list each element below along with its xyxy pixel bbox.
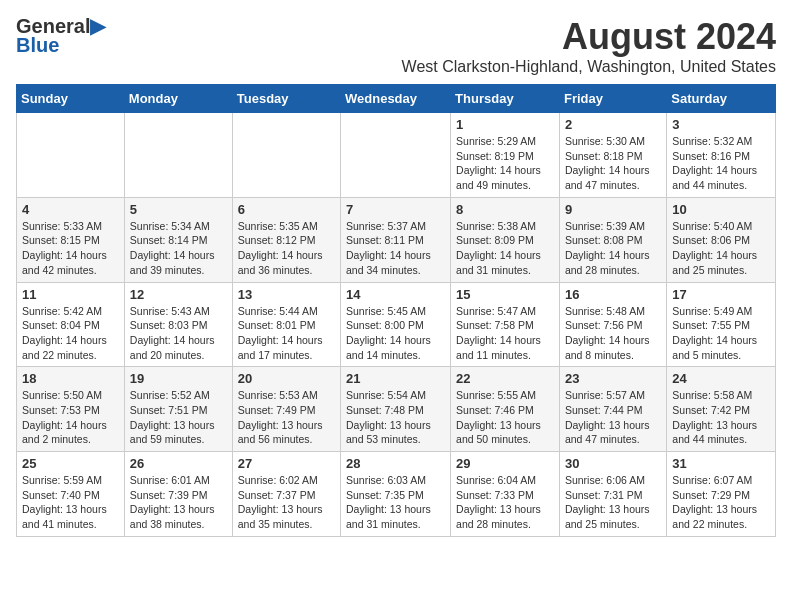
day-of-week-header: Tuesday	[232, 85, 340, 113]
calendar-cell: 26Sunrise: 6:01 AM Sunset: 7:39 PM Dayli…	[124, 452, 232, 537]
day-number: 9	[565, 202, 661, 217]
day-of-week-header: Wednesday	[341, 85, 451, 113]
day-info: Sunrise: 6:04 AM Sunset: 7:33 PM Dayligh…	[456, 473, 554, 532]
day-number: 22	[456, 371, 554, 386]
location-title: West Clarkston-Highland, Washington, Uni…	[402, 58, 776, 76]
calendar-cell: 21Sunrise: 5:54 AM Sunset: 7:48 PM Dayli…	[341, 367, 451, 452]
day-number: 17	[672, 287, 770, 302]
day-number: 14	[346, 287, 445, 302]
calendar-cell	[124, 113, 232, 198]
day-info: Sunrise: 5:58 AM Sunset: 7:42 PM Dayligh…	[672, 388, 770, 447]
calendar-cell: 28Sunrise: 6:03 AM Sunset: 7:35 PM Dayli…	[341, 452, 451, 537]
calendar-cell: 5Sunrise: 5:34 AM Sunset: 8:14 PM Daylig…	[124, 197, 232, 282]
calendar-cell: 18Sunrise: 5:50 AM Sunset: 7:53 PM Dayli…	[17, 367, 125, 452]
day-number: 26	[130, 456, 227, 471]
day-info: Sunrise: 6:01 AM Sunset: 7:39 PM Dayligh…	[130, 473, 227, 532]
calendar-week-row: 25Sunrise: 5:59 AM Sunset: 7:40 PM Dayli…	[17, 452, 776, 537]
calendar-cell: 1Sunrise: 5:29 AM Sunset: 8:19 PM Daylig…	[451, 113, 560, 198]
day-info: Sunrise: 5:30 AM Sunset: 8:18 PM Dayligh…	[565, 134, 661, 193]
calendar-table: SundayMondayTuesdayWednesdayThursdayFrid…	[16, 84, 776, 537]
day-number: 18	[22, 371, 119, 386]
day-number: 27	[238, 456, 335, 471]
day-info: Sunrise: 5:52 AM Sunset: 7:51 PM Dayligh…	[130, 388, 227, 447]
day-number: 19	[130, 371, 227, 386]
day-info: Sunrise: 5:50 AM Sunset: 7:53 PM Dayligh…	[22, 388, 119, 447]
logo: General▶ Blue	[16, 16, 105, 57]
day-info: Sunrise: 5:49 AM Sunset: 7:55 PM Dayligh…	[672, 304, 770, 363]
day-info: Sunrise: 5:48 AM Sunset: 7:56 PM Dayligh…	[565, 304, 661, 363]
day-of-week-header: Saturday	[667, 85, 776, 113]
day-number: 13	[238, 287, 335, 302]
day-of-week-header: Sunday	[17, 85, 125, 113]
day-info: Sunrise: 5:39 AM Sunset: 8:08 PM Dayligh…	[565, 219, 661, 278]
day-info: Sunrise: 5:53 AM Sunset: 7:49 PM Dayligh…	[238, 388, 335, 447]
day-info: Sunrise: 6:03 AM Sunset: 7:35 PM Dayligh…	[346, 473, 445, 532]
calendar-cell: 23Sunrise: 5:57 AM Sunset: 7:44 PM Dayli…	[559, 367, 666, 452]
day-info: Sunrise: 5:37 AM Sunset: 8:11 PM Dayligh…	[346, 219, 445, 278]
day-info: Sunrise: 5:32 AM Sunset: 8:16 PM Dayligh…	[672, 134, 770, 193]
day-info: Sunrise: 5:29 AM Sunset: 8:19 PM Dayligh…	[456, 134, 554, 193]
calendar-cell: 17Sunrise: 5:49 AM Sunset: 7:55 PM Dayli…	[667, 282, 776, 367]
day-number: 30	[565, 456, 661, 471]
calendar-cell: 27Sunrise: 6:02 AM Sunset: 7:37 PM Dayli…	[232, 452, 340, 537]
calendar-cell	[341, 113, 451, 198]
calendar-cell: 20Sunrise: 5:53 AM Sunset: 7:49 PM Dayli…	[232, 367, 340, 452]
day-of-week-header: Monday	[124, 85, 232, 113]
day-number: 4	[22, 202, 119, 217]
day-info: Sunrise: 5:35 AM Sunset: 8:12 PM Dayligh…	[238, 219, 335, 278]
calendar-week-row: 18Sunrise: 5:50 AM Sunset: 7:53 PM Dayli…	[17, 367, 776, 452]
day-info: Sunrise: 5:34 AM Sunset: 8:14 PM Dayligh…	[130, 219, 227, 278]
day-number: 25	[22, 456, 119, 471]
calendar-cell: 13Sunrise: 5:44 AM Sunset: 8:01 PM Dayli…	[232, 282, 340, 367]
day-number: 12	[130, 287, 227, 302]
day-number: 29	[456, 456, 554, 471]
calendar-cell	[232, 113, 340, 198]
month-title: August 2024	[402, 16, 776, 58]
day-number: 23	[565, 371, 661, 386]
title-area: August 2024 West Clarkston-Highland, Was…	[402, 16, 776, 76]
calendar-cell: 11Sunrise: 5:42 AM Sunset: 8:04 PM Dayli…	[17, 282, 125, 367]
day-info: Sunrise: 5:54 AM Sunset: 7:48 PM Dayligh…	[346, 388, 445, 447]
calendar-week-row: 4Sunrise: 5:33 AM Sunset: 8:15 PM Daylig…	[17, 197, 776, 282]
calendar-cell: 3Sunrise: 5:32 AM Sunset: 8:16 PM Daylig…	[667, 113, 776, 198]
calendar-cell: 16Sunrise: 5:48 AM Sunset: 7:56 PM Dayli…	[559, 282, 666, 367]
day-number: 21	[346, 371, 445, 386]
day-info: Sunrise: 6:06 AM Sunset: 7:31 PM Dayligh…	[565, 473, 661, 532]
day-number: 2	[565, 117, 661, 132]
day-info: Sunrise: 5:47 AM Sunset: 7:58 PM Dayligh…	[456, 304, 554, 363]
calendar-week-row: 1Sunrise: 5:29 AM Sunset: 8:19 PM Daylig…	[17, 113, 776, 198]
calendar-week-row: 11Sunrise: 5:42 AM Sunset: 8:04 PM Dayli…	[17, 282, 776, 367]
day-info: Sunrise: 5:57 AM Sunset: 7:44 PM Dayligh…	[565, 388, 661, 447]
day-number: 31	[672, 456, 770, 471]
day-info: Sunrise: 5:42 AM Sunset: 8:04 PM Dayligh…	[22, 304, 119, 363]
day-info: Sunrise: 5:38 AM Sunset: 8:09 PM Dayligh…	[456, 219, 554, 278]
day-number: 16	[565, 287, 661, 302]
day-info: Sunrise: 5:55 AM Sunset: 7:46 PM Dayligh…	[456, 388, 554, 447]
calendar-cell: 24Sunrise: 5:58 AM Sunset: 7:42 PM Dayli…	[667, 367, 776, 452]
day-number: 5	[130, 202, 227, 217]
day-number: 28	[346, 456, 445, 471]
calendar-cell: 31Sunrise: 6:07 AM Sunset: 7:29 PM Dayli…	[667, 452, 776, 537]
calendar-cell: 22Sunrise: 5:55 AM Sunset: 7:46 PM Dayli…	[451, 367, 560, 452]
day-info: Sunrise: 5:45 AM Sunset: 8:00 PM Dayligh…	[346, 304, 445, 363]
day-number: 24	[672, 371, 770, 386]
calendar-header-row: SundayMondayTuesdayWednesdayThursdayFrid…	[17, 85, 776, 113]
day-info: Sunrise: 6:02 AM Sunset: 7:37 PM Dayligh…	[238, 473, 335, 532]
day-number: 15	[456, 287, 554, 302]
day-number: 3	[672, 117, 770, 132]
day-number: 11	[22, 287, 119, 302]
calendar-cell: 6Sunrise: 5:35 AM Sunset: 8:12 PM Daylig…	[232, 197, 340, 282]
header: General▶ Blue August 2024 West Clarkston…	[16, 16, 776, 76]
calendar-cell: 9Sunrise: 5:39 AM Sunset: 8:08 PM Daylig…	[559, 197, 666, 282]
day-info: Sunrise: 5:44 AM Sunset: 8:01 PM Dayligh…	[238, 304, 335, 363]
logo-blue-text: Blue	[16, 34, 105, 57]
calendar-cell: 10Sunrise: 5:40 AM Sunset: 8:06 PM Dayli…	[667, 197, 776, 282]
calendar-cell: 2Sunrise: 5:30 AM Sunset: 8:18 PM Daylig…	[559, 113, 666, 198]
calendar-cell	[17, 113, 125, 198]
calendar-cell: 29Sunrise: 6:04 AM Sunset: 7:33 PM Dayli…	[451, 452, 560, 537]
calendar-cell: 8Sunrise: 5:38 AM Sunset: 8:09 PM Daylig…	[451, 197, 560, 282]
calendar-cell: 19Sunrise: 5:52 AM Sunset: 7:51 PM Dayli…	[124, 367, 232, 452]
day-number: 1	[456, 117, 554, 132]
day-number: 10	[672, 202, 770, 217]
calendar-cell: 4Sunrise: 5:33 AM Sunset: 8:15 PM Daylig…	[17, 197, 125, 282]
